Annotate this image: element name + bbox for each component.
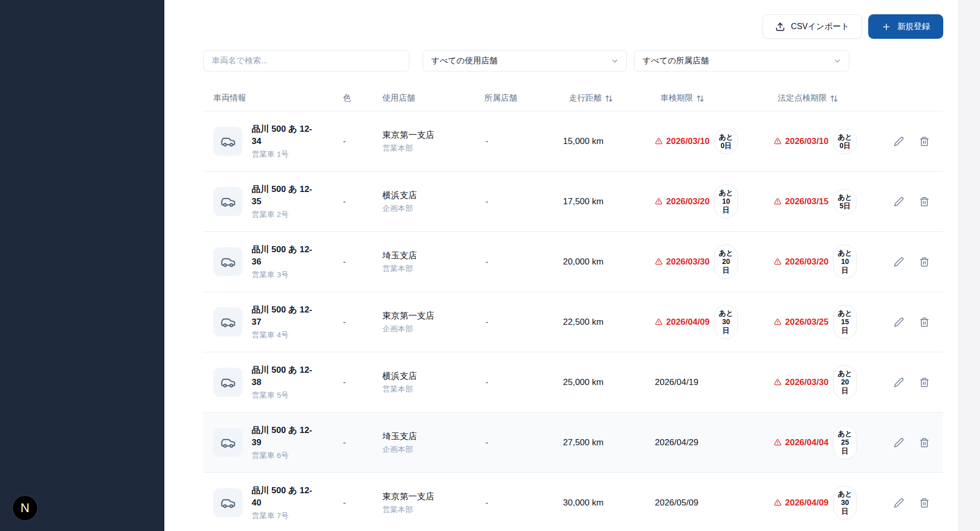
- car-icon: [213, 127, 242, 156]
- days-left-badge: あと30日: [833, 486, 857, 520]
- pencil-icon: [894, 438, 904, 448]
- vehicle-name: 営業車 7号: [252, 510, 317, 521]
- vehicle-plate: 品川 500 あ 12-40: [252, 485, 317, 509]
- inspection-cell: 2026/03/30 あと20日: [648, 245, 771, 279]
- table-body: 品川 500 あ 12-34 営業車 1号 - 東京第一支店 営業本部 - 15…: [203, 111, 943, 531]
- warning-triangle-icon: [774, 378, 781, 386]
- vehicle-plate: 品川 500 あ 12-34: [252, 123, 317, 148]
- mileage-cell: 20,000 km: [556, 257, 648, 267]
- inspection-cell: 2026/04/09 あと30日: [648, 305, 771, 339]
- legal-inspection-cell: 2026/03/10 あと0日: [771, 129, 888, 154]
- mileage-cell: 15,000 km: [556, 136, 648, 147]
- edit-button[interactable]: [894, 197, 904, 207]
- days-left-badge: あと0日: [833, 129, 857, 154]
- actions-cell: [888, 377, 943, 388]
- color-cell: -: [337, 197, 375, 207]
- belong-store-cell: -: [480, 377, 556, 388]
- use-store-name: 埼玉支店: [382, 430, 480, 443]
- legal-inspection-date: 2026/03/10: [785, 136, 828, 147]
- table-row[interactable]: 品川 500 あ 12-37 営業車 4号 - 東京第一支店 企画本部 - 22…: [203, 292, 943, 352]
- delete-button[interactable]: [919, 317, 929, 327]
- header-mileage-sort[interactable]: 走行距離: [556, 93, 648, 104]
- vehicle-plate: 品川 500 あ 12-37: [252, 304, 317, 328]
- use-store-filter-select[interactable]: すべての使用店舗: [423, 50, 627, 71]
- header-color: 色: [337, 93, 375, 104]
- new-register-button[interactable]: 新規登録: [868, 14, 943, 39]
- trash-icon: [919, 136, 929, 147]
- mileage-cell: 25,000 km: [556, 377, 648, 388]
- actions-cell: [888, 498, 943, 508]
- car-icon: [213, 488, 242, 517]
- header-vehicle-info: 車両情報: [203, 93, 337, 104]
- inspection-cell: 2026/03/20 あと10日: [648, 184, 771, 219]
- inspection-date: 2026/03/30: [666, 257, 709, 267]
- use-store-cell: 東京第一支店 企画本部: [375, 310, 480, 334]
- edit-button[interactable]: [894, 438, 904, 448]
- legal-inspection-cell: 2026/04/04 あと25日: [771, 425, 888, 460]
- legal-inspection-date: 2026/03/25: [785, 317, 828, 327]
- days-left-badge: あと30日: [714, 305, 738, 339]
- upload-icon: [775, 22, 785, 32]
- edit-button[interactable]: [894, 317, 904, 327]
- vehicle-search-input[interactable]: [203, 50, 409, 71]
- edit-button[interactable]: [894, 136, 904, 147]
- belong-store-filter-value: すべての所属店舗: [643, 56, 709, 66]
- delete-button[interactable]: [919, 257, 929, 267]
- car-icon: [213, 247, 242, 276]
- warning-triangle-icon: [774, 198, 781, 205]
- toolbar: CSVインポート 新規登録: [203, 14, 943, 39]
- inspection-date: 2026/05/09: [655, 498, 698, 508]
- belong-store-filter-select[interactable]: すべての所属店舗: [634, 50, 849, 71]
- table-row[interactable]: 品川 500 あ 12-38 営業車 5号 - 横浜支店 営業本部 - 25,0…: [203, 352, 943, 413]
- chevron-down-icon: [833, 57, 842, 65]
- pencil-icon: [894, 136, 904, 147]
- table-row[interactable]: 品川 500 あ 12-34 営業車 1号 - 東京第一支店 営業本部 - 15…: [203, 111, 943, 172]
- car-icon: [213, 428, 242, 457]
- mileage-cell: 17,500 km: [556, 197, 648, 207]
- vehicle-info-cell: 品川 500 あ 12-38 営業車 5号: [203, 364, 337, 401]
- car-icon: [213, 368, 242, 397]
- edit-button[interactable]: [894, 377, 904, 388]
- legal-inspection-date: 2026/03/15: [785, 197, 828, 207]
- legal-inspection-date: 2026/03/30: [785, 377, 828, 388]
- days-left-badge: あと0日: [714, 129, 738, 154]
- vehicle-name: 営業車 6号: [252, 450, 317, 461]
- edit-button[interactable]: [894, 498, 904, 508]
- header-legal-inspection-sort[interactable]: 法定点検期限: [771, 93, 888, 104]
- delete-button[interactable]: [919, 498, 929, 508]
- use-store-dept: 企画本部: [382, 323, 480, 334]
- table-row[interactable]: 品川 500 あ 12-35 営業車 2号 - 横浜支店 企画本部 - 17,5…: [203, 172, 943, 232]
- csv-import-button[interactable]: CSVインポート: [763, 14, 862, 39]
- table-row[interactable]: 品川 500 あ 12-39 営業車 6号 - 埼玉支店 企画本部 - 27,5…: [203, 413, 943, 473]
- use-store-name: 東京第一支店: [382, 129, 480, 141]
- inspection-date: 2026/04/29: [655, 438, 698, 448]
- vehicle-name: 営業車 2号: [252, 209, 317, 220]
- pencil-icon: [894, 197, 904, 207]
- warning-triangle-icon: [774, 318, 781, 326]
- edit-button[interactable]: [894, 257, 904, 267]
- delete-button[interactable]: [919, 197, 929, 207]
- delete-button[interactable]: [919, 136, 929, 147]
- belong-store-cell: -: [480, 257, 556, 267]
- table-header-row: 車両情報 色 使用店舗 所属店舗 走行距離 車検期限 法定点検: [203, 86, 943, 111]
- table-row[interactable]: 品川 500 あ 12-36 営業車 3号 - 埼玉支店 営業本部 - 20,0…: [203, 232, 943, 292]
- nextjs-dev-badge[interactable]: N: [12, 495, 38, 521]
- delete-button[interactable]: [919, 438, 929, 448]
- warning-triangle-icon: [774, 137, 781, 145]
- delete-button[interactable]: [919, 377, 929, 388]
- inspection-cell: 2026/05/09: [648, 498, 771, 508]
- legal-inspection-cell: 2026/03/25 あと15日: [771, 305, 888, 339]
- warning-triangle-icon: [655, 198, 663, 205]
- color-cell: -: [337, 498, 375, 508]
- vehicle-name: 営業車 5号: [252, 390, 317, 401]
- use-store-dept: 企画本部: [382, 444, 480, 455]
- table-row[interactable]: 品川 500 あ 12-40 営業車 7号 - 東京第一支店 営業本部 - 30…: [203, 473, 943, 531]
- warning-triangle-icon: [774, 439, 781, 446]
- scrollbar-track[interactable]: [959, 0, 980, 531]
- plus-icon: [881, 22, 891, 32]
- legal-inspection-date: 2026/04/09: [785, 498, 828, 508]
- header-inspection-sort[interactable]: 車検期限: [648, 93, 771, 104]
- days-left-badge: あと20日: [714, 245, 738, 279]
- actions-cell: [888, 438, 943, 448]
- sort-arrows-icon: [830, 94, 838, 103]
